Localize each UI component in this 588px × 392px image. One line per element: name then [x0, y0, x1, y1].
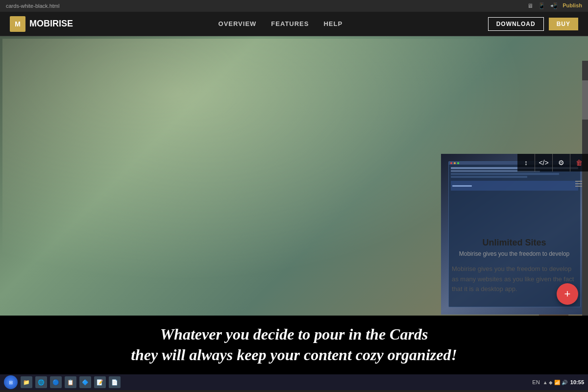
bottom-cards-grid: Bootstrap 4 Bootstrap 4 has been noted B…	[0, 154, 588, 315]
file-bar-icons: 🖥 📱 📲 Publish	[527, 2, 582, 9]
caption-line1: Whatever you decide to pour in the Cards	[160, 325, 428, 343]
logo-text: MOBIRISE	[29, 19, 73, 29]
nav-overview[interactable]: OVERVIEW	[219, 20, 257, 27]
toolbar-settings-btn[interactable]: ⚙	[553, 154, 570, 172]
card-subtitle-unlimited: Mobirise gives you the freedom to develo…	[452, 250, 577, 258]
taskbar-icon-app1[interactable]: 📋	[65, 376, 76, 388]
taskbar-icon-app2[interactable]: 🔷	[79, 376, 91, 388]
card-toolbar: ↕ </> ⚙ 🗑	[517, 154, 588, 172]
start-button[interactable]: ⊞	[4, 375, 18, 389]
file-bar: cards-white-black.html 🖥 📱 📲 Publish	[0, 0, 588, 12]
taskbar-right: EN ▲ ◆ 📶 🔊 10:55	[532, 379, 584, 385]
card-image-webfonts	[294, 154, 441, 228]
caption-bar: Whatever you decide to pour in the Cards…	[0, 316, 588, 374]
fab-add-button[interactable]: +	[557, 283, 578, 305]
taskbar-icon-browser2[interactable]: 🔵	[50, 376, 62, 388]
card-title-unlimited: Unlimited Sites	[452, 238, 577, 248]
taskbar-time: 10:55	[570, 379, 584, 385]
caption-text: Whatever you decide to pour in the Cards…	[131, 324, 457, 365]
logo-icon: M	[10, 16, 25, 32]
scrollbar[interactable]	[582, 61, 588, 316]
scroll-lines	[575, 181, 582, 187]
taskbar-icon-app4[interactable]: 📄	[109, 376, 121, 388]
mobile-icon[interactable]: 📲	[550, 2, 558, 9]
toolbar-delete-btn[interactable]: 🗑	[570, 154, 588, 172]
language-indicator: EN	[532, 379, 539, 385]
taskbar-icon-folder[interactable]: 📁	[21, 376, 32, 388]
nav-center: OVERVIEW FEATURES HELP	[219, 20, 343, 27]
nav-features[interactable]: FEATURES	[271, 20, 309, 27]
nav-right: DOWNLOAD BUY	[488, 17, 578, 31]
taskbar-icon-app3[interactable]: 📝	[94, 376, 106, 388]
toolbar-arrows-btn[interactable]: ↕	[517, 154, 535, 172]
person-photo	[294, 154, 441, 228]
content-area: Bootstrap 4 has been noted as one of the…	[0, 36, 588, 316]
tablet-icon[interactable]: 📱	[538, 2, 545, 9]
scrollbar-thumb[interactable]	[582, 80, 588, 120]
taskbar: ⊞ 📁 🌐 🔵 📋 🔷 📝 📄 EN ▲ ◆ 📶 🔊 10:55	[0, 374, 588, 390]
taskbar-separator: ▲ ◆ 📶 🔊	[543, 380, 567, 385]
toolbar-code-btn[interactable]: </>	[535, 154, 553, 172]
bottom-card-webfonts: Web Fonts Google has a highly exhaustive…	[294, 154, 441, 315]
nav-logo: M MOBIRISE	[10, 16, 73, 32]
download-button[interactable]: DOWNLOAD	[488, 17, 544, 31]
file-title: cards-white-black.html	[6, 3, 59, 9]
buy-button[interactable]: BUY	[549, 18, 578, 30]
publish-btn[interactable]: Publish	[563, 2, 582, 9]
nav-help[interactable]: HELP	[323, 20, 343, 27]
bottom-card-unlimited-wrapper: ↕ </> ⚙ 🗑 Unlimited Sites Mobirise gives…	[441, 154, 588, 315]
top-navigation: M MOBIRISE OVERVIEW FEATURES HELP DOWNLO…	[0, 12, 588, 36]
caption-line2: they will always keep your content cozy …	[131, 346, 457, 364]
taskbar-icon-browser1[interactable]: 🌐	[35, 376, 47, 388]
monitor-icon[interactable]: 🖥	[527, 2, 533, 9]
